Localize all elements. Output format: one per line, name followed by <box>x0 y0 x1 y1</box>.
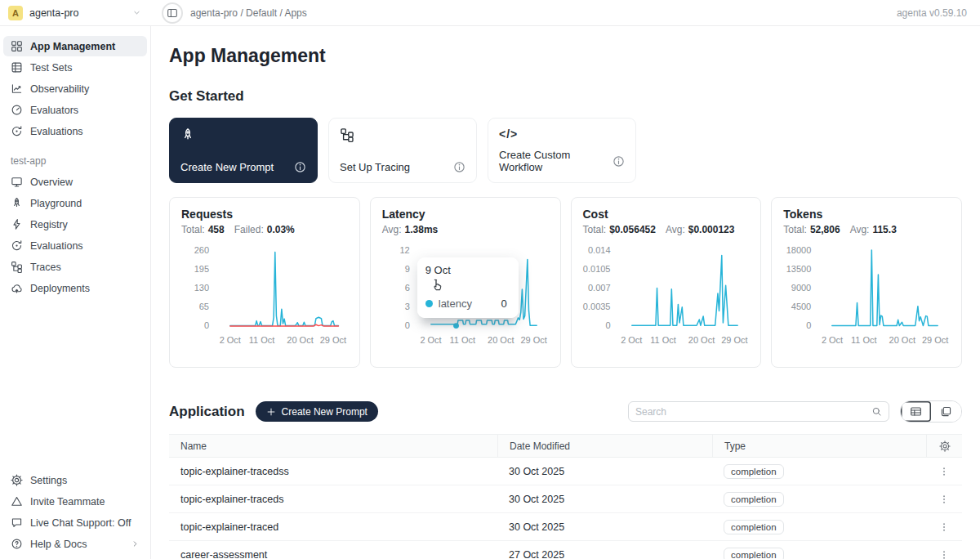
main-content: App Management Get Started Create New Pr… <box>151 26 980 559</box>
appnav-item-playground[interactable]: Playground <box>3 193 147 213</box>
sidebar-item-label: Help & Docs <box>30 539 87 550</box>
create-button-label: Create New Prompt <box>282 406 368 418</box>
appnav-item-overview[interactable]: Overview <box>3 172 147 192</box>
sidebar-item-label: Settings <box>30 475 67 486</box>
y-tick-label: 0 <box>806 320 811 330</box>
code-icon: </> <box>499 127 625 141</box>
chart-title: Tokens <box>783 208 950 221</box>
table-row-topic-explainer-traced[interactable]: topic-explainer-traced30 Oct 2025complet… <box>169 513 962 541</box>
y-tick-label: 65 <box>199 302 209 311</box>
app-version: agenta v0.59.10 <box>897 7 967 19</box>
chevron-down-icon[interactable] <box>132 8 141 17</box>
chart-stat: Total:$0.056452 <box>583 224 656 235</box>
kebab-menu-icon[interactable] <box>938 466 950 477</box>
x-tick-label: 20 Oct <box>889 335 915 345</box>
sidebar-item-app-management[interactable]: App Management <box>3 36 147 56</box>
y-tick-label: 12 <box>400 245 410 255</box>
get-started-card-set-up-tracing[interactable]: Set Up Tracing <box>328 118 477 183</box>
bolt-icon <box>11 218 23 230</box>
sidebar-item-observability[interactable]: Observability <box>3 78 147 99</box>
appnav-item-traces[interactable]: Traces <box>3 257 147 277</box>
y-tick-label: 195 <box>194 264 209 274</box>
table-row-topic-explainer-traceds[interactable]: topic-explainer-traceds30 Oct 2025comple… <box>169 485 962 513</box>
create-new-prompt-button[interactable]: Create New Prompt <box>256 401 378 422</box>
x-tick-label: 11 Oct <box>650 335 676 345</box>
refresh-icon <box>11 239 23 252</box>
chart-stat: Avg:$0.000123 <box>666 224 735 235</box>
chart-plot-cost <box>617 245 750 330</box>
sidebar-item-evaluations[interactable]: Evaluations <box>3 121 147 141</box>
footer-item-settings[interactable]: Settings <box>3 470 147 490</box>
chart-stats: Total:52,806Avg:115.3 <box>783 224 950 235</box>
kebab-menu-icon[interactable] <box>938 521 950 533</box>
footer-item-live-chat-support-off[interactable]: Live Chat Support: Off <box>3 512 147 533</box>
info-icon <box>612 155 625 168</box>
type-cell: completion <box>712 464 926 479</box>
column-settings-icon[interactable] <box>939 440 951 452</box>
plus-icon <box>266 407 276 417</box>
column-header-type[interactable]: Type <box>712 435 926 457</box>
x-tick-label: 29 Oct <box>320 335 346 345</box>
sidebar-item-label: Test Sets <box>30 62 72 74</box>
column-header-name[interactable]: Name <box>169 435 497 457</box>
table-view-button[interactable] <box>901 401 931 422</box>
chart-card-cost: CostTotal:$0.056452Avg:$0.0001230.0140.0… <box>571 197 762 368</box>
sidebar-collapse-button[interactable] <box>162 2 183 24</box>
footer-item-help-docs[interactable]: Help & Docs <box>3 534 147 554</box>
workspace-selector[interactable]: A agenta-pro <box>0 6 151 20</box>
search-icon[interactable] <box>871 406 882 417</box>
y-tick-label: 0.0105 <box>583 264 611 274</box>
y-tick-label: 13500 <box>786 264 812 274</box>
get-started-card-create-custom-workflow[interactable]: </>Create Custom Workflow <box>488 118 636 183</box>
chart-body: 1296302 Oct11 Oct20 Oct29 Oct <box>382 245 549 346</box>
panel-left-icon <box>167 7 178 19</box>
type-cell: completion <box>712 548 926 559</box>
workspace-avatar: A <box>8 6 23 20</box>
grid-icon <box>11 40 23 52</box>
table-body: topic-explainer-tracedss30 Oct 2025compl… <box>169 458 962 559</box>
table-row-topic-explainer-tracedss[interactable]: topic-explainer-tracedss30 Oct 2025compl… <box>169 458 962 485</box>
card-view-icon <box>940 405 952 418</box>
card-label: Create New Prompt <box>180 161 274 173</box>
series-cost <box>631 256 737 326</box>
series-latency <box>431 260 537 326</box>
appnav-item-evaluations[interactable]: Evaluations <box>3 235 147 256</box>
column-header-date-modified[interactable]: Date Modified <box>497 435 712 457</box>
table-row-career-assessment[interactable]: career-assessment27 Oct 2025completion <box>169 541 962 559</box>
tree-icon <box>340 127 466 142</box>
row-actions-cell <box>926 494 962 505</box>
cloud-icon <box>11 282 23 294</box>
type-badge: completion <box>724 548 784 559</box>
app-root: A agenta-pro agenta-pro / Default / Apps… <box>0 0 980 559</box>
chart-y-axis: 260195130650 <box>181 245 216 330</box>
chart-x-axis: 2 Oct11 Oct20 Oct29 Oct <box>416 333 549 346</box>
application-heading: Application <box>169 404 245 420</box>
chart-stat: Avg:1.38ms <box>382 224 439 235</box>
topbar: A agenta-pro agenta-pro / Default / Apps… <box>0 0 980 26</box>
appnav-item-deployments[interactable]: Deployments <box>3 278 147 298</box>
date-modified-cell: 30 Oct 2025 <box>497 466 712 477</box>
y-tick-label: 4500 <box>791 302 811 311</box>
appnav-item-registry[interactable]: Registry <box>3 214 147 235</box>
body-layout: App ManagementTest SetsObservabilityEval… <box>0 26 980 559</box>
kebab-menu-icon[interactable] <box>938 494 950 505</box>
row-actions-cell <box>926 466 962 477</box>
type-cell: completion <box>712 520 926 534</box>
sidebar-item-label: Observability <box>30 83 89 95</box>
chart-body: 0.0140.01050.0070.003502 Oct11 Oct20 Oct… <box>583 245 750 346</box>
footer-item-invite-teammate[interactable]: Invite Teammate <box>3 491 147 512</box>
sidebar-item-evaluators[interactable]: Evaluators <box>3 100 147 120</box>
sidebar-item-test-sets[interactable]: Test Sets <box>3 57 147 78</box>
kebab-menu-icon[interactable] <box>938 549 950 559</box>
get-started-card-create-new-prompt[interactable]: Create New Prompt <box>169 118 318 183</box>
card-label-row: Set Up Tracing <box>340 161 466 173</box>
chart-plot-area: 2 Oct11 Oct20 Oct29 Oct <box>617 245 750 346</box>
workspace-name: agenta-pro <box>29 7 78 19</box>
chart-stat: Total:458 <box>181 224 225 235</box>
view-toggle <box>900 400 962 423</box>
card-view-button[interactable] <box>931 401 961 422</box>
search-input[interactable] <box>635 406 871 418</box>
chart-y-axis: 0.0140.01050.0070.00350 <box>583 245 617 330</box>
chart-stat: Avg:115.3 <box>850 224 897 235</box>
chart-title: Requests <box>181 208 348 221</box>
